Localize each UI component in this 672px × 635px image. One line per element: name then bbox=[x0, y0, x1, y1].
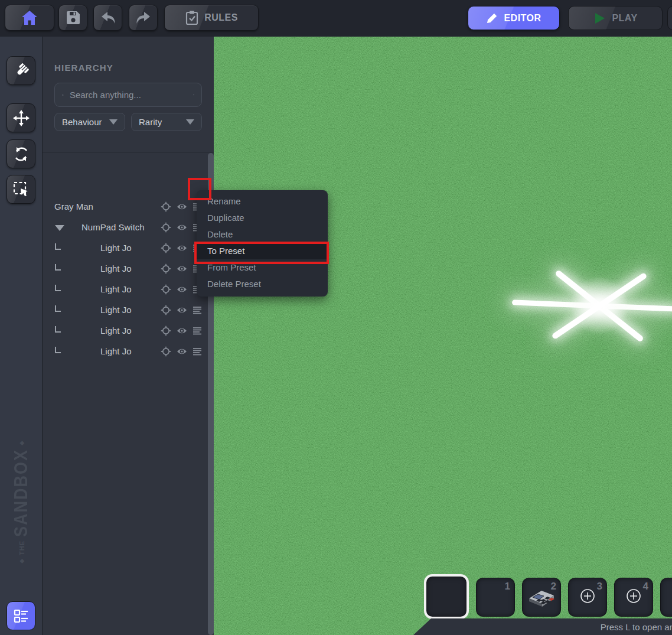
visibility-eye-icon[interactable] bbox=[177, 285, 187, 294]
behaviour-filter-label: Behaviour bbox=[62, 117, 102, 127]
search-box[interactable] bbox=[54, 83, 202, 107]
row-menu-icon[interactable] bbox=[193, 306, 202, 314]
open-list-panel-button[interactable] bbox=[6, 601, 35, 630]
hint-text: Press L to open an bbox=[601, 622, 672, 632]
editor-label: EDITOR bbox=[504, 13, 541, 24]
focus-target-icon[interactable] bbox=[161, 284, 171, 295]
rarity-filter-dropdown[interactable]: Rarity bbox=[131, 113, 202, 131]
visibility-eye-icon[interactable] bbox=[177, 347, 187, 356]
visibility-eye-icon[interactable] bbox=[177, 244, 187, 252]
hotbar-slot-2-numpad[interactable]: 2 bbox=[522, 578, 561, 617]
focus-target-icon[interactable] bbox=[161, 325, 171, 336]
tree-row[interactable]: Light Jo bbox=[43, 300, 208, 321]
row-action-icons bbox=[161, 305, 202, 315]
tree-item-label: Gray Man bbox=[54, 201, 93, 211]
partial-toolbar-button[interactable] bbox=[667, 6, 672, 30]
paint-tool-button[interactable] bbox=[6, 56, 35, 85]
3d-viewport[interactable]: 1 2 3 bbox=[214, 37, 672, 635]
focus-target-icon[interactable] bbox=[161, 346, 171, 357]
redo-button[interactable] bbox=[129, 5, 158, 31]
add-circle-icon bbox=[579, 587, 596, 607]
search-icon bbox=[62, 90, 64, 100]
visibility-eye-icon[interactable] bbox=[177, 265, 187, 273]
hotbar-slot-1-stick[interactable]: 1 bbox=[476, 578, 515, 617]
editor-mode-button[interactable]: EDITOR bbox=[468, 6, 560, 30]
hotbar-slot-5-partial[interactable] bbox=[660, 578, 672, 617]
focus-target-icon[interactable] bbox=[161, 201, 171, 212]
top-toolbar: RULES EDITOR PLAY bbox=[0, 0, 672, 37]
logo-name: SANDBOX bbox=[11, 449, 32, 537]
focus-target-icon[interactable] bbox=[161, 263, 171, 274]
rules-label: RULES bbox=[204, 12, 238, 23]
save-button[interactable] bbox=[58, 5, 87, 31]
hotbar-slot-selected-empty[interactable] bbox=[424, 574, 469, 619]
tree-row[interactable]: Light Jo bbox=[43, 341, 208, 362]
panel-title: HIERARCHY bbox=[54, 63, 113, 73]
grass-terrain bbox=[214, 37, 672, 635]
home-button[interactable] bbox=[5, 5, 54, 31]
tree-row[interactable]: Light Jo bbox=[43, 321, 208, 341]
visibility-eye-icon[interactable] bbox=[177, 327, 187, 335]
tree-row[interactable]: NumPad Switch bbox=[43, 217, 208, 238]
row-menu-icon[interactable] bbox=[193, 347, 202, 356]
row-action-icons bbox=[161, 222, 202, 233]
context-menu-item-to-preset[interactable]: To Preset bbox=[197, 243, 328, 259]
behaviour-filter-dropdown[interactable]: Behaviour bbox=[54, 113, 125, 131]
undo-button[interactable] bbox=[93, 5, 122, 31]
chevron-down-icon bbox=[186, 119, 194, 125]
row-menu-icon[interactable] bbox=[193, 327, 202, 335]
tree-item-label: Light Jo bbox=[100, 243, 132, 253]
tree-row[interactable]: Light Jo bbox=[43, 259, 208, 279]
focus-target-icon[interactable] bbox=[161, 243, 171, 253]
child-indent-icon bbox=[55, 347, 61, 353]
light-beam-glow bbox=[570, 276, 629, 335]
row-action-icons bbox=[161, 201, 202, 212]
clear-search-icon[interactable] bbox=[193, 91, 194, 99]
slot-number: 4 bbox=[643, 581, 648, 592]
rotate-tool-button[interactable] bbox=[6, 139, 35, 168]
home-icon bbox=[21, 9, 38, 26]
context-menu-item-duplicate[interactable]: Duplicate bbox=[197, 210, 328, 226]
tree-row[interactable]: Light Jo bbox=[43, 279, 208, 300]
context-menu-item-delete-preset[interactable]: Delete Preset bbox=[197, 276, 328, 292]
search-input[interactable] bbox=[70, 90, 187, 100]
move-arrows-icon bbox=[12, 109, 30, 127]
visibility-eye-icon[interactable] bbox=[177, 306, 187, 314]
expand-arrow-icon[interactable] bbox=[55, 225, 64, 231]
left-tool-sidebar: ◆ THE SANDBOX ◆ bbox=[0, 37, 43, 635]
slot-number: 1 bbox=[505, 581, 510, 592]
row-action-icons bbox=[161, 243, 202, 253]
rotate-arrows-icon bbox=[12, 145, 30, 163]
child-indent-icon bbox=[55, 305, 61, 312]
row-action-icons bbox=[161, 263, 202, 274]
slot-number: 3 bbox=[597, 581, 602, 592]
focus-target-icon[interactable] bbox=[161, 305, 171, 315]
select-tool-button[interactable] bbox=[6, 175, 35, 204]
focus-target-icon[interactable] bbox=[161, 222, 171, 233]
visibility-eye-icon[interactable] bbox=[177, 223, 187, 232]
hotbar-slot-4-add[interactable]: 4 bbox=[614, 578, 653, 617]
numpad-item-icon bbox=[527, 584, 556, 611]
tree-item-label: Light Jo bbox=[100, 263, 132, 273]
child-indent-icon bbox=[55, 326, 61, 333]
rules-clipboard-icon bbox=[185, 10, 199, 25]
context-menu-item-delete[interactable]: Delete bbox=[197, 226, 328, 243]
context-menu-item-from-preset[interactable]: From Preset bbox=[197, 259, 328, 276]
logo-the: THE bbox=[18, 540, 25, 555]
visibility-eye-icon[interactable] bbox=[177, 203, 187, 211]
add-circle-icon bbox=[625, 587, 642, 607]
hierarchy-panel: HIERARCHY Behaviour Rarity Gray Man bbox=[43, 37, 214, 635]
tree-row[interactable]: Gray Man bbox=[43, 197, 208, 217]
redo-icon bbox=[135, 10, 152, 25]
play-mode-button[interactable]: PLAY bbox=[568, 6, 663, 30]
play-icon bbox=[593, 11, 606, 25]
tree-item-label: Light Jo bbox=[100, 346, 132, 356]
move-tool-button[interactable] bbox=[6, 103, 35, 132]
hotbar-slot-3-add[interactable]: 3 bbox=[568, 578, 607, 617]
context-menu-item-rename[interactable]: Rename bbox=[197, 193, 328, 210]
row-action-icons bbox=[161, 346, 202, 357]
rules-button[interactable]: RULES bbox=[164, 5, 259, 31]
tree-item-label: Light Jo bbox=[100, 325, 132, 336]
paint-brush-icon bbox=[12, 62, 30, 80]
tree-row[interactable]: Light Jo bbox=[43, 238, 208, 259]
